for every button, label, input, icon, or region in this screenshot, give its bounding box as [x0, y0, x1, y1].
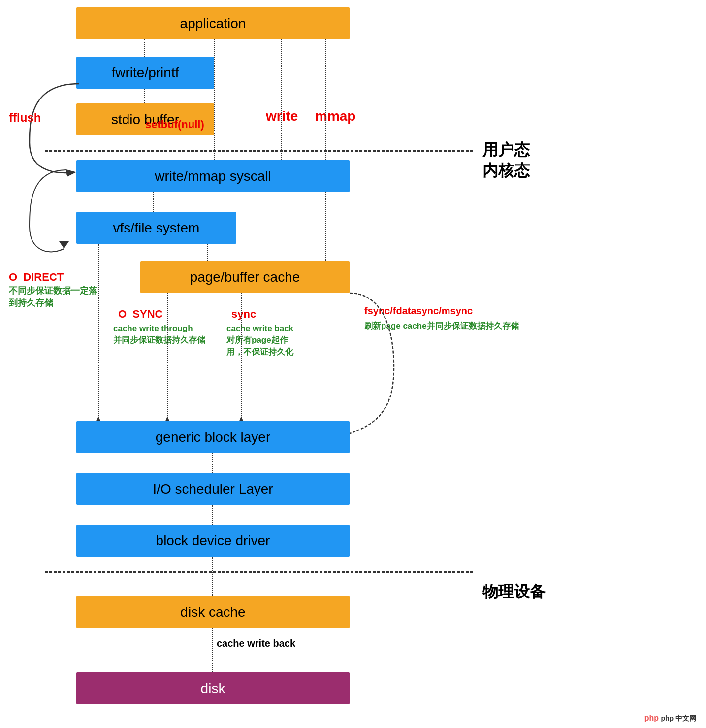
o-sync-label: O_SYNC: [118, 308, 162, 321]
svg-marker-0: [59, 241, 69, 249]
arrow-io-driver: [212, 505, 213, 525]
vline-write-syscall: [281, 39, 282, 160]
sync-label: sync: [231, 308, 256, 321]
generic-block-box: generic block layer: [76, 421, 350, 453]
arrow-vfs-pagecache: [207, 244, 208, 261]
vline-mmap-pagecache: [325, 192, 326, 261]
o-direct-desc: 不同步保证数据一定落 到持久存储: [9, 285, 97, 309]
arrow-generic-io: [212, 453, 213, 473]
disk-cache-box: disk cache: [76, 596, 350, 628]
arrow-syscall-vfs: [153, 192, 154, 212]
vfs-box: vfs/file system: [76, 212, 236, 244]
fflush-label: fflush: [9, 111, 41, 125]
user-space-label: 用户态: [482, 139, 530, 161]
cache-write-back-label: cache write back: [217, 638, 295, 649]
block-driver-box: block device driver: [76, 525, 350, 557]
vline-mmap-syscall: [325, 39, 326, 160]
setbuf-label: setbuf(null): [145, 118, 204, 131]
mmap-label: mmap: [315, 108, 355, 124]
application-box: application: [76, 7, 350, 39]
io-scheduler-box: I/O scheduler Layer: [76, 473, 350, 505]
vline-osync: [167, 293, 168, 421]
write-label: write: [266, 108, 298, 124]
kernel-space-label: 内核态: [482, 160, 530, 182]
disk-box: disk: [76, 672, 350, 704]
o-direct-label: O_DIRECT: [9, 271, 64, 284]
arrow-fwrite-stdio: [144, 89, 145, 103]
page-cache-box: page/buffer cache: [140, 261, 350, 293]
fwrite-box: fwrite/printf: [76, 57, 214, 89]
vline-stdio-syscall: [214, 39, 215, 160]
syscall-box: write/mmap syscall: [76, 160, 350, 192]
vline-sync: [241, 293, 242, 421]
vline-odirect: [98, 244, 99, 421]
arrow-driver-diskcache: [212, 557, 213, 596]
user-kernel-boundary: [45, 150, 473, 152]
arrow-diskcache-disk: [212, 628, 213, 672]
fsync-curve: [345, 293, 404, 446]
kernel-physical-boundary: [45, 571, 473, 573]
watermark: php php 中文网: [644, 714, 696, 723]
arrow-app-fwrite: [144, 39, 145, 57]
physical-device-label: 物理设备: [482, 581, 546, 603]
cache-write-back-sync-label: cache write back 对所有page起作 用，不保证持久化: [226, 323, 293, 358]
cache-write-through-label: cache write through 并同步保证数据持久存储: [113, 323, 205, 346]
diagram-container: application fwrite/printf stdio buffer f…: [0, 0, 706, 728]
